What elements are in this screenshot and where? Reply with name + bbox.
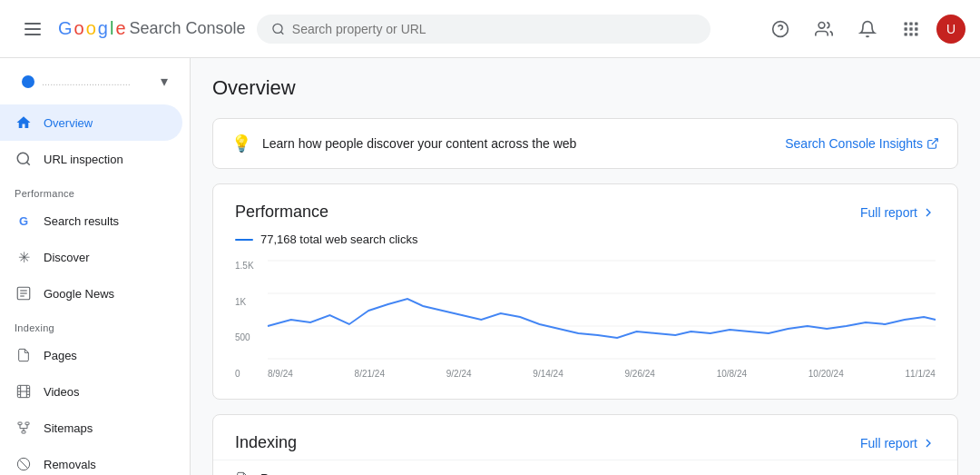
svg-point-14	[17, 153, 28, 163]
chevron-right-icon	[921, 205, 936, 220]
legend-line	[235, 239, 253, 241]
sidebar: ................................ ▾ Overv…	[0, 58, 191, 475]
header-actions: U	[762, 11, 965, 47]
indexing-card: Indexing Full report Pages	[212, 414, 958, 475]
sidebar-item-search-results[interactable]: G Search results	[0, 203, 182, 239]
sidebar-item-sitemaps[interactable]: Sitemaps	[0, 410, 182, 446]
search-icon	[271, 22, 285, 36]
performance-card-title: Performance	[235, 203, 328, 222]
performance-full-report-link[interactable]: Full report	[860, 205, 936, 220]
svg-rect-8	[905, 27, 907, 30]
search-input[interactable]	[292, 22, 696, 36]
chart-container: 1.5K 1K 500 0	[213, 253, 957, 399]
google-logo: Google Search Console	[58, 18, 246, 39]
x-label-2: 8/21/24	[355, 369, 385, 379]
bulb-icon: 💡	[231, 134, 251, 153]
chevron-down-icon: ▾	[161, 73, 168, 90]
removals-icon	[15, 455, 33, 473]
property-dot	[22, 75, 34, 88]
chevron-right-icon-2	[921, 436, 936, 450]
sidebar-item-removals[interactable]: Removals	[0, 446, 182, 475]
y-label-500: 500	[235, 332, 254, 342]
svg-line-1	[280, 31, 283, 34]
external-link-icon	[926, 137, 939, 150]
info-banner: 💡 Learn how people discover your content…	[212, 118, 958, 169]
sidebar-label-sitemaps: Sitemaps	[44, 421, 93, 435]
sidebar-item-pages[interactable]: Pages	[0, 337, 182, 373]
performance-chart	[268, 261, 936, 361]
banner-text: Learn how people discover your content a…	[262, 136, 576, 151]
chart-area: 1.5K 1K 500 0	[235, 261, 936, 379]
svg-line-38	[932, 139, 937, 144]
sidebar-item-url-inspection[interactable]: URL inspection	[0, 141, 182, 177]
sidebar-label-pages: Pages	[44, 349, 77, 362]
search-bar[interactable]	[257, 15, 710, 44]
svg-rect-10	[915, 27, 917, 30]
menu-button[interactable]	[15, 11, 51, 47]
help-icon	[771, 20, 789, 38]
sidebar-item-discover[interactable]: ✳ Discover	[0, 239, 182, 275]
notifications-button[interactable]	[849, 11, 886, 47]
news-icon	[15, 284, 33, 302]
videos-icon	[15, 382, 33, 401]
header-left: Google Search Console	[15, 11, 246, 47]
x-label-1: 8/9/24	[268, 369, 293, 379]
performance-card-header: Performance Full report	[213, 184, 957, 229]
banner-left: 💡 Learn how people discover your content…	[231, 134, 576, 153]
svg-line-15	[26, 162, 29, 164]
search-console-insights-link[interactable]: Search Console Insights	[785, 136, 939, 151]
header: Google Search Console	[0, 0, 980, 58]
svg-rect-7	[915, 22, 917, 25]
avatar[interactable]: U	[936, 15, 965, 44]
users-icon	[815, 20, 833, 38]
svg-rect-9	[909, 27, 912, 30]
x-label-8: 11/1/24	[906, 369, 936, 379]
banner-link-text: Search Console Insights	[785, 136, 923, 151]
indexing-full-report-link[interactable]: Full report	[860, 436, 936, 450]
pages-icon	[15, 346, 33, 364]
chart-legend-text: 77,168 total web search clicks	[260, 233, 417, 246]
indexing-pages-item[interactable]: Pages	[213, 460, 957, 475]
main-content: Overview 💡 Learn how people discover you…	[191, 58, 980, 475]
section-label-indexing: Indexing	[0, 312, 190, 337]
sidebar-label-search-results: Search results	[44, 214, 119, 228]
apps-icon	[902, 20, 920, 38]
svg-point-0	[272, 24, 281, 33]
sidebar-item-videos[interactable]: Videos	[0, 373, 182, 410]
performance-card: Performance Full report 77,168 total web…	[212, 183, 958, 400]
x-label-3: 9/2/24	[446, 369, 472, 379]
discover-icon: ✳	[15, 248, 33, 266]
y-label-1k: 1K	[235, 297, 254, 307]
sitemaps-icon	[15, 419, 33, 437]
sidebar-label-google-news: Google News	[44, 287, 114, 301]
sidebar-label-removals: Removals	[44, 458, 96, 471]
x-axis: 8/9/24 8/21/24 9/2/24 9/14/24 9/26/24 10…	[268, 369, 936, 379]
chart-svg-wrapper	[268, 261, 936, 361]
svg-rect-29	[25, 422, 29, 425]
svg-rect-12	[909, 33, 912, 35]
menu-icon	[21, 19, 44, 39]
manage-users-button[interactable]	[806, 11, 842, 47]
property-name: ................................	[42, 76, 153, 87]
help-button[interactable]	[762, 11, 799, 47]
chart-legend: 77,168 total web search clicks	[213, 229, 957, 253]
sidebar-label-discover: Discover	[44, 251, 90, 264]
body: ................................ ▾ Overv…	[0, 58, 980, 475]
svg-rect-11	[905, 33, 907, 35]
sidebar-item-google-news[interactable]: Google News	[0, 275, 182, 312]
svg-rect-30	[22, 430, 25, 433]
x-label-5: 9/26/24	[625, 369, 655, 379]
apps-button[interactable]	[893, 11, 929, 47]
property-selector[interactable]: ................................ ▾	[7, 65, 182, 97]
section-label-performance: Performance	[0, 177, 190, 203]
search-icon	[15, 150, 33, 168]
svg-rect-13	[915, 33, 917, 35]
sidebar-label-overview: Overview	[44, 116, 93, 130]
home-icon	[15, 114, 33, 132]
x-label-7: 10/20/24	[808, 369, 844, 379]
indexing-card-header: Indexing Full report	[213, 415, 957, 460]
sidebar-item-overview[interactable]: Overview	[0, 104, 182, 141]
indexing-pages-label: Pages	[260, 471, 297, 475]
y-label-1.5k: 1.5K	[235, 261, 254, 271]
indexing-pages-icon	[235, 471, 250, 475]
